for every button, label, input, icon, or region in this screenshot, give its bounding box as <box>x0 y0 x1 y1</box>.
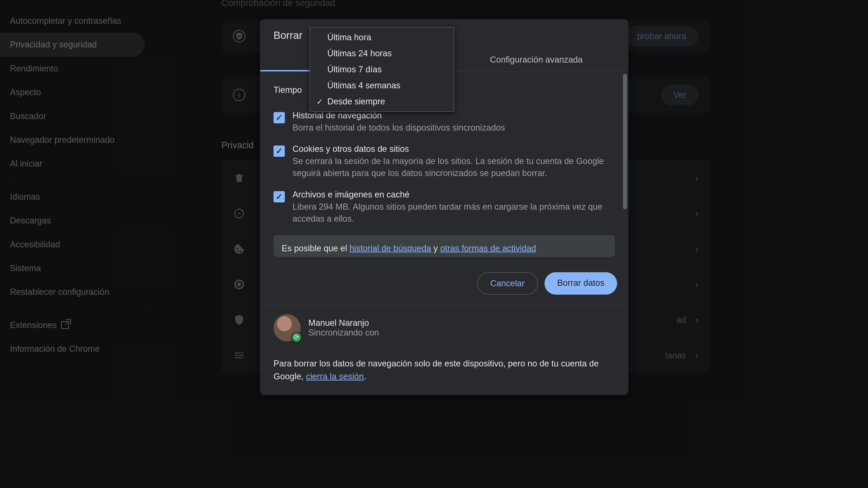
checkbox-description: Se cerrará la sesión de la mayoría de lo… <box>292 155 615 179</box>
dialog-actions: Cancelar Borrar datos <box>260 262 628 305</box>
time-range-label: Tiempo <box>274 85 302 95</box>
checkbox-description: Borra el historial de todos los disposit… <box>292 122 505 134</box>
checkbox-cookies[interactable]: Cookies y otros datos de sitios Se cerra… <box>274 144 615 179</box>
scrollbar[interactable] <box>623 74 627 259</box>
checkbox-icon <box>274 191 285 202</box>
checkbox-description: Libera 294 MB. Algunos sitios pueden tar… <box>292 201 615 225</box>
checkbox-title: Cookies y otros datos de sitios <box>292 144 615 154</box>
cancel-button[interactable]: Cancelar <box>477 272 538 295</box>
account-row: ⟳ Manuel Naranjo Sincronizando con <box>260 305 628 350</box>
checkbox-title: Historial de navegación <box>292 111 505 121</box>
avatar: ⟳ <box>274 314 301 341</box>
dropdown-option[interactable]: Últimas 4 semanas <box>310 77 454 94</box>
checkbox-icon <box>274 112 285 123</box>
dropdown-option[interactable]: Últimas 24 horas <box>310 45 454 61</box>
account-name: Manuel Naranjo <box>308 318 379 328</box>
checkbox-cache[interactable]: Archivos e imágenes en caché Libera 294 … <box>274 190 615 225</box>
dropdown-option[interactable]: Última hora <box>310 29 454 45</box>
footer-note: Para borrar los datos de navegación solo… <box>260 350 628 395</box>
dropdown-option-selected[interactable]: Desde siempre <box>310 94 454 109</box>
search-history-link[interactable]: historial de búsqueda <box>349 243 431 253</box>
sync-badge-icon: ⟳ <box>291 332 302 343</box>
checkbox-title: Archivos e imágenes en caché <box>292 190 615 199</box>
other-activity-link[interactable]: otras formas de actividad <box>440 243 536 253</box>
info-note: Es posible que el historial de búsqueda … <box>274 235 615 257</box>
time-range-dropdown: Última hora Últimas 24 horas Últimos 7 d… <box>310 27 454 112</box>
scrollbar-thumb[interactable] <box>623 74 627 209</box>
account-status: Sincronizando con <box>308 328 379 337</box>
tab-advanced[interactable]: Configuración avanzada <box>444 49 628 71</box>
checkbox-browsing-history[interactable]: Historial de navegación Borra el histori… <box>274 111 615 134</box>
clear-data-button[interactable]: Borrar datos <box>545 272 617 295</box>
dropdown-option[interactable]: Últimos 7 días <box>310 61 454 77</box>
sign-out-link[interactable]: cierra la sesión <box>306 372 364 381</box>
checkbox-icon <box>274 145 285 157</box>
